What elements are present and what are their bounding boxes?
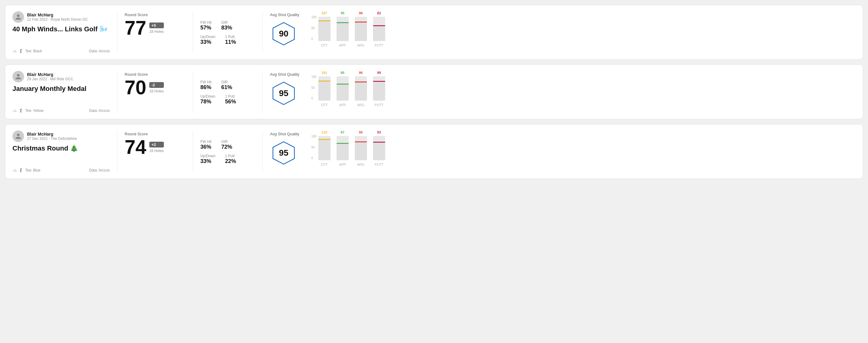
bar-group-putt: 99 PUTT: [373, 71, 385, 107]
divider-1: [117, 130, 117, 173]
avatar: [12, 71, 24, 83]
bar-value-label: 87: [341, 130, 344, 134]
divider-2: [193, 130, 193, 173]
profile-row: Blair McHarg 12 Feb 2022 · Royal North D…: [12, 11, 110, 23]
bar-group-ott: 101 OTT: [318, 71, 331, 107]
bar-x-label: PUTT: [375, 163, 383, 166]
holes-label: 18 Holes: [149, 30, 163, 34]
up-down-label: Up/Down: [200, 94, 215, 98]
bar-line: [337, 84, 349, 85]
hexagon-quality: 90: [270, 20, 297, 48]
score-badge-col: +5 18 Holes: [149, 23, 163, 34]
bar-line: [318, 20, 331, 21]
gir-value: 83%: [221, 25, 232, 31]
bar-group-arg: 95 ARG: [355, 130, 367, 166]
bar-wrapper: [373, 17, 385, 41]
score-number: 77: [125, 18, 146, 38]
round-score-label: Round Score: [125, 72, 185, 76]
up-down-stat: Up/Down 33%: [200, 35, 215, 45]
bar-wrapper: [355, 76, 367, 101]
player-name: Blair McHarg: [27, 12, 88, 17]
up-down-label: Up/Down: [200, 154, 215, 158]
profile-info: Blair McHarg 12 Feb 2022 · Royal North D…: [27, 12, 88, 22]
score-section: Round Score 70 -2 18 Holes: [125, 71, 185, 113]
bar-fill: [318, 81, 331, 101]
up-down-stat: Up/Down 78%: [200, 94, 215, 105]
one-putt-stat: 1 Putt 11%: [225, 35, 236, 45]
fw-hit-stat: FW Hit 36%: [200, 139, 212, 150]
weather-icon: ☁️: [12, 168, 17, 173]
bar-line: [337, 143, 349, 144]
bar-fill: [337, 84, 349, 101]
stats-row-bottom: Up/Down 78% 1 Putt 56%: [200, 94, 255, 105]
stats-row-top: FW Hit 36% GIR 72%: [200, 139, 255, 150]
bar-x-label: APP: [339, 43, 346, 47]
bar-fill: [373, 81, 385, 101]
score-main: 74 +2 18 Holes: [125, 137, 185, 157]
bar-line: [355, 142, 367, 142]
bar-wrapper: [337, 76, 349, 101]
tee-info: ☁️ 🏌️ Tee: Blue: [12, 168, 40, 173]
round-card-1: Blair McHarg 12 Feb 2022 · Royal North D…: [5, 5, 863, 60]
one-putt-label: 1 Putt: [225, 35, 236, 39]
bar-group-ott: 110 OTT: [318, 130, 331, 166]
fw-hit-label: FW Hit: [200, 20, 212, 25]
bar-x-label: ARG: [357, 163, 365, 166]
round-title: Christmas Round 🎄: [12, 145, 110, 152]
one-putt-stat: 1 Putt 56%: [225, 94, 236, 105]
bar-line: [373, 81, 385, 82]
bars-container: 110 OTT 87 APP 95: [318, 130, 385, 166]
card-footer: ☁️ 🏌️ Tee: Blue Data: Arccos: [12, 168, 110, 173]
one-putt-stat: 1 Putt 22%: [225, 154, 236, 164]
quality-section: Avg Shot Quality 95: [270, 71, 306, 113]
bar-fill: [318, 139, 331, 160]
card-footer: ☁️ 🏌️ Tee: Yellow Data: Arccos: [12, 108, 110, 113]
up-down-stat: Up/Down 33%: [200, 154, 215, 164]
quality-section: Avg Shot Quality 95: [270, 130, 306, 173]
gir-value: 61%: [221, 84, 232, 91]
bar-x-label: ARG: [357, 43, 365, 47]
fw-hit-stat: FW Hit 86%: [200, 80, 212, 91]
divider-3: [262, 11, 263, 53]
bar-fill: [337, 22, 349, 41]
bar-x-label: OTT: [321, 103, 328, 107]
bar-fill: [337, 143, 349, 160]
bar-line: [355, 82, 367, 83]
fw-hit-value: 36%: [200, 144, 212, 150]
gir-stat: GIR 61%: [221, 80, 232, 91]
hexagon-quality: 95: [270, 139, 297, 167]
tee-info: ☁️ 🏌️ Tee: Yellow: [12, 108, 43, 113]
card-left: Blair McHarg 29 Jan 2022 · Mill Ride GCC…: [12, 71, 110, 113]
stats-row-bottom: Up/Down 33% 1 Putt 11%: [200, 35, 255, 45]
up-down-value: 33%: [200, 39, 215, 45]
quality-score: 90: [279, 29, 288, 39]
bar-wrapper: [318, 17, 331, 41]
bar-chart-section: 100 50 0 101 OTT 86 APP: [306, 71, 856, 113]
up-down-value: 33%: [200, 158, 215, 164]
bar-group-putt: 93 PUTT: [373, 130, 385, 166]
bar-x-label: APP: [339, 163, 346, 166]
avatar: [12, 130, 24, 142]
tee-label: Tee: Blue: [25, 168, 40, 173]
bar-wrapper: [373, 76, 385, 101]
score-number: 74: [125, 137, 146, 157]
bar-line: [318, 81, 331, 82]
data-source: Data: Arccos: [89, 108, 110, 113]
fw-hit-value: 86%: [200, 84, 212, 91]
bar-value-label: 96: [359, 71, 363, 74]
bar-value-label: 86: [341, 71, 344, 74]
bag-icon: 🏌️: [19, 49, 23, 53]
profile-info: Blair McHarg 29 Jan 2022 · Mill Ride GCC: [27, 72, 73, 81]
bag-icon: 🏌️: [19, 168, 23, 173]
round-date-course: 12 Feb 2022 · Royal North Devon GC: [27, 17, 88, 22]
quality-score: 95: [279, 148, 288, 158]
gir-label: GIR: [221, 139, 232, 144]
round-card-3: Blair McHarg 27 Dec 2021 · The Oxfordshi…: [5, 124, 863, 179]
avatar: [12, 11, 24, 23]
bars-container: 107 OTT 95 APP 98: [318, 11, 385, 47]
bag-icon: 🏌️: [19, 108, 23, 113]
round-card-2: Blair McHarg 29 Jan 2022 · Mill Ride GCC…: [5, 64, 863, 119]
bar-x-label: OTT: [321, 43, 328, 47]
bar-wrapper: [318, 136, 331, 160]
one-putt-label: 1 Putt: [225, 94, 236, 98]
